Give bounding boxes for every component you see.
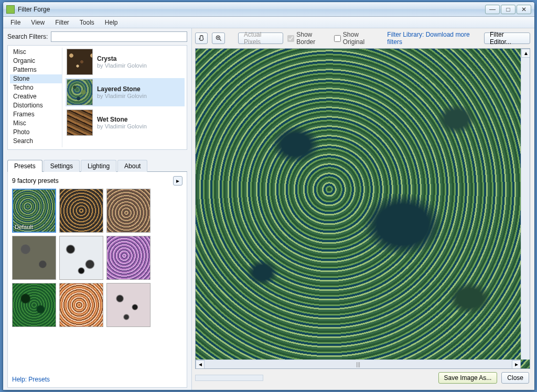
scroll-left-icon[interactable]: ◂ xyxy=(196,360,205,369)
category-item[interactable]: My Filters xyxy=(10,146,62,147)
client-area: Search Filters: MiscOrganicPatternsStone… xyxy=(3,28,534,390)
preset-item[interactable] xyxy=(59,189,103,233)
preset-label: Default xyxy=(15,224,33,230)
window-title: Filter Forge xyxy=(18,6,485,13)
pan-tool[interactable] xyxy=(195,32,208,44)
filter-thumbnail xyxy=(67,110,93,136)
filter-library-link[interactable]: Filter Library: Download more filters xyxy=(387,31,480,46)
tab-settings[interactable]: Settings xyxy=(44,160,80,172)
preview-area[interactable]: ▴ ◂ ||| ▸ xyxy=(195,48,530,369)
menu-help[interactable]: Help xyxy=(100,18,123,27)
category-item[interactable]: Patterns xyxy=(10,66,62,74)
menubar: File View Filter Tools Help xyxy=(3,17,534,28)
menu-tools[interactable]: Tools xyxy=(74,18,100,27)
app-icon xyxy=(6,5,15,14)
scrollbar-track[interactable]: ||| xyxy=(205,361,512,368)
preset-item[interactable] xyxy=(12,236,56,280)
left-panel: Search Filters: MiscOrganicPatternsStone… xyxy=(3,28,192,390)
category-item[interactable]: Misc xyxy=(10,48,62,57)
category-item[interactable]: Creative xyxy=(10,92,62,101)
filter-thumbnail xyxy=(67,49,93,75)
close-button[interactable]: Close xyxy=(501,372,529,384)
app-window: Filter Forge — □ ✕ File View Filter Tool… xyxy=(3,2,535,390)
tabs: Presets Settings Lighting About xyxy=(7,159,187,172)
preset-item[interactable] xyxy=(59,283,103,327)
preset-item[interactable] xyxy=(12,283,56,327)
preset-item[interactable] xyxy=(59,236,103,280)
category-item[interactable]: Stone xyxy=(10,74,62,83)
preset-item[interactable] xyxy=(106,189,151,233)
search-label: Search Filters: xyxy=(7,33,48,40)
svg-line-1 xyxy=(219,39,221,41)
filter-thumbnail xyxy=(67,79,93,105)
scroll-up-icon[interactable]: ▴ xyxy=(521,49,530,58)
filter-author: by Vladimir Golovin xyxy=(97,93,147,99)
filter-item[interactable]: Wet Stoneby Vladimir Golovin xyxy=(66,108,185,137)
filter-author: by Vladimir Golovin xyxy=(97,62,147,69)
footer: Save Image As... Close xyxy=(195,369,530,387)
tab-lighting[interactable]: Lighting xyxy=(81,160,116,172)
right-panel: Actual Pixels Show Border Show Original … xyxy=(192,28,534,390)
show-border-checkbox[interactable]: Show Border xyxy=(287,31,330,46)
category-item[interactable]: Photo xyxy=(10,128,62,137)
presets-header: 9 factory presets xyxy=(12,177,59,184)
category-item[interactable]: Organic xyxy=(10,57,62,66)
preset-item[interactable] xyxy=(106,283,151,327)
close-window-button[interactable]: ✕ xyxy=(517,5,531,14)
filter-item[interactable]: Layered Stoneby Vladimir Golovin xyxy=(66,78,185,106)
filter-author: by Vladimir Golovin xyxy=(97,123,147,129)
horizontal-scrollbar[interactable]: ◂ ||| ▸ xyxy=(196,360,521,368)
preview-toolbar: Actual Pixels Show Border Show Original … xyxy=(195,31,530,45)
progress-bar xyxy=(195,375,263,381)
category-item[interactable]: Techno xyxy=(10,83,62,92)
filter-name: Wet Stone xyxy=(97,116,147,123)
show-original-checkbox[interactable]: Show Original xyxy=(334,31,379,46)
presets-next-button[interactable]: ▸ xyxy=(173,176,182,186)
menu-file[interactable]: File xyxy=(5,18,26,27)
category-item[interactable]: Distortions xyxy=(10,101,62,110)
menu-filter[interactable]: Filter xyxy=(50,18,74,27)
vertical-scrollbar[interactable]: ▴ xyxy=(521,49,530,360)
scroll-right-icon[interactable]: ▸ xyxy=(512,360,521,369)
search-row: Search Filters: xyxy=(7,31,187,42)
titlebar[interactable]: Filter Forge — □ ✕ xyxy=(3,2,534,17)
category-list: MiscOrganicPatternsStoneTechnoCreativeDi… xyxy=(10,48,62,147)
preset-item[interactable]: Default xyxy=(12,189,56,233)
actual-pixels-button[interactable]: Actual Pixels xyxy=(238,32,283,44)
filter-editor-button[interactable]: Filter Editor... xyxy=(484,32,530,44)
minimize-button[interactable]: — xyxy=(485,5,500,14)
presets-grid: Default xyxy=(12,189,182,327)
presets-panel: 9 factory presets ▸ Default Help: Preset… xyxy=(7,172,187,388)
filter-list: Crystaby Vladimir GolovinLayered Stoneby… xyxy=(66,48,185,147)
tab-about[interactable]: About xyxy=(117,160,147,172)
search-input[interactable] xyxy=(51,31,187,42)
category-item[interactable]: Frames xyxy=(10,110,62,119)
category-item[interactable]: Search xyxy=(10,137,62,146)
help-presets-link[interactable]: Help: Presets xyxy=(12,372,182,383)
filter-item[interactable]: Crystaby Vladimir Golovin xyxy=(66,48,185,76)
preset-item[interactable] xyxy=(106,236,151,280)
tab-presets[interactable]: Presets xyxy=(7,160,42,172)
preview-image xyxy=(196,49,530,368)
filter-browser: MiscOrganicPatternsStoneTechnoCreativeDi… xyxy=(7,45,187,150)
menu-view[interactable]: View xyxy=(26,18,50,27)
save-image-button[interactable]: Save Image As... xyxy=(438,372,498,384)
category-item[interactable]: Misc xyxy=(10,119,62,128)
filter-name: Crysta xyxy=(97,55,147,62)
filter-name: Layered Stone xyxy=(97,85,147,93)
maximize-button[interactable]: □ xyxy=(501,5,515,14)
zoom-tool[interactable] xyxy=(212,32,224,44)
